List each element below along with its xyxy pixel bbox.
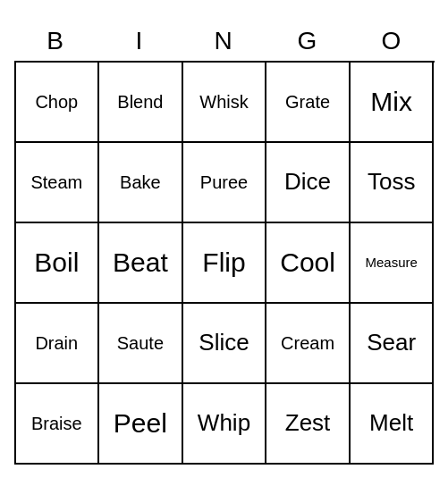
cell-text-2-2: Flip <box>202 247 245 279</box>
bingo-row-4: BraisePeelWhipZestMelt <box>16 384 435 465</box>
cell-text-3-2: Slice <box>199 329 249 356</box>
cell-text-2-1: Beat <box>113 247 168 279</box>
cell-text-3-0: Drain <box>35 332 78 354</box>
bingo-cell-4-3: Zest <box>266 384 351 465</box>
bingo-cell-3-1: Saute <box>99 304 183 384</box>
bingo-cell-1-4: Toss <box>351 143 435 223</box>
cell-text-4-0: Braise <box>31 413 82 434</box>
bingo-cell-3-3: Cream <box>266 304 351 384</box>
cell-text-2-4: Measure <box>365 255 417 271</box>
bingo-row-2: BoilBeatFlipCoolMeasure <box>16 223 435 304</box>
header-letter-b: B <box>14 21 98 61</box>
cell-text-1-3: Dice <box>284 168 331 196</box>
cell-text-0-3: Grate <box>285 91 330 113</box>
bingo-cell-2-1: Beat <box>99 223 183 304</box>
cell-text-0-4: Mix <box>370 86 412 118</box>
cell-text-2-0: Boil <box>34 247 79 279</box>
header-letter-o: O <box>351 21 435 61</box>
bingo-row-1: SteamBakePureeDiceToss <box>16 143 435 223</box>
bingo-cell-3-0: Drain <box>16 304 100 384</box>
cell-text-4-4: Melt <box>369 409 413 437</box>
bingo-cell-0-2: Whisk <box>183 63 267 143</box>
cell-text-1-2: Puree <box>200 172 248 193</box>
bingo-row-3: DrainSauteSliceCreamSear <box>16 304 435 384</box>
cell-text-3-4: Sear <box>367 329 416 356</box>
cell-text-4-3: Zest <box>285 409 331 437</box>
cell-text-1-0: Steam <box>30 172 82 193</box>
bingo-cell-0-0: Chop <box>16 63 100 143</box>
bingo-cell-0-4: Mix <box>351 63 435 143</box>
cell-text-3-1: Saute <box>117 332 164 354</box>
bingo-cell-0-1: Blend <box>99 63 183 143</box>
bingo-cell-1-1: Bake <box>99 143 183 223</box>
header-letter-n: N <box>182 21 266 61</box>
bingo-cell-3-2: Slice <box>183 304 267 384</box>
bingo-row-0: ChopBlendWhiskGrateMix <box>16 63 435 143</box>
cell-text-4-1: Peel <box>114 407 167 440</box>
bingo-cell-3-4: Sear <box>351 304 435 384</box>
cell-text-0-1: Blend <box>117 91 163 113</box>
bingo-cell-4-1: Peel <box>99 384 183 465</box>
bingo-card: BINGO ChopBlendWhiskGrateMixSteamBakePur… <box>14 21 435 465</box>
header-letter-i: I <box>98 21 182 61</box>
bingo-cell-2-4: Measure <box>351 223 435 304</box>
bingo-cell-2-0: Boil <box>16 223 100 304</box>
bingo-cell-1-2: Puree <box>183 143 267 223</box>
cell-text-1-1: Bake <box>120 172 161 193</box>
bingo-cell-2-2: Flip <box>183 223 267 304</box>
bingo-cell-1-3: Dice <box>266 143 351 223</box>
bingo-cell-0-3: Grate <box>266 63 351 143</box>
bingo-cell-4-2: Whip <box>183 384 267 465</box>
cell-text-4-2: Whip <box>198 409 250 437</box>
bingo-cell-4-4: Melt <box>351 384 435 465</box>
cell-text-1-4: Toss <box>368 168 415 196</box>
bingo-cell-4-0: Braise <box>16 384 100 465</box>
bingo-header: BINGO <box>14 21 435 61</box>
bingo-grid: ChopBlendWhiskGrateMixSteamBakePureeDice… <box>14 61 435 465</box>
cell-text-2-3: Cool <box>280 247 335 279</box>
cell-text-0-0: Chop <box>35 91 78 113</box>
bingo-cell-2-3: Cool <box>266 223 351 304</box>
header-letter-g: G <box>266 21 351 61</box>
bingo-cell-1-0: Steam <box>16 143 100 223</box>
cell-text-0-2: Whisk <box>199 91 248 113</box>
cell-text-3-3: Cream <box>281 332 334 354</box>
